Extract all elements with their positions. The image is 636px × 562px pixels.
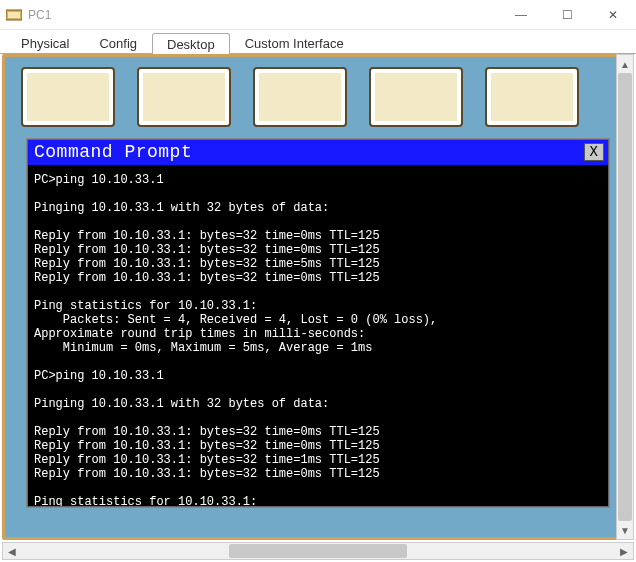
close-button[interactable]: ✕ [590, 0, 636, 30]
desktop-app-icon[interactable] [21, 67, 115, 127]
command-prompt-close-button[interactable]: X [584, 143, 604, 161]
scroll-right-icon[interactable]: ▶ [615, 543, 633, 559]
tab-desktop[interactable]: Desktop [152, 33, 230, 54]
desktop-app-icon[interactable] [369, 67, 463, 127]
desktop-app-row [5, 57, 631, 137]
tab-bar: Physical Config Desktop Custom Interface [0, 30, 636, 54]
command-prompt-title: Command Prompt [34, 142, 584, 162]
maximize-button[interactable]: ☐ [544, 0, 590, 30]
scroll-down-icon[interactable]: ▼ [617, 521, 633, 539]
tab-config[interactable]: Config [84, 32, 152, 53]
scroll-track[interactable] [21, 543, 615, 559]
tab-physical[interactable]: Physical [6, 32, 84, 53]
terminal-output[interactable]: PC>ping 10.10.33.1 Pinging 10.10.33.1 wi… [28, 165, 608, 506]
scroll-track[interactable] [617, 73, 633, 521]
window-titlebar: PC1 — ☐ ✕ [0, 0, 636, 30]
desktop-app-icon[interactable] [137, 67, 231, 127]
minimize-button[interactable]: — [498, 0, 544, 30]
vertical-scrollbar[interactable]: ▲ ▼ [616, 54, 634, 540]
window-title: PC1 [28, 8, 498, 22]
scroll-left-icon[interactable]: ◀ [3, 543, 21, 559]
horizontal-scrollbar[interactable]: ◀ ▶ [2, 542, 634, 560]
scroll-thumb[interactable] [229, 544, 407, 558]
desktop-app-icon[interactable] [485, 67, 579, 127]
scroll-up-icon[interactable]: ▲ [617, 55, 633, 73]
scroll-thumb[interactable] [618, 73, 632, 521]
command-prompt-titlebar[interactable]: Command Prompt X [28, 140, 608, 165]
svg-rect-1 [8, 12, 20, 18]
app-icon [6, 8, 22, 22]
command-prompt-window: Command Prompt X PC>ping 10.10.33.1 Ping… [27, 139, 609, 507]
desktop-app-icon[interactable] [253, 67, 347, 127]
desktop-area: Command Prompt X PC>ping 10.10.33.1 Ping… [2, 54, 634, 540]
tab-custom-interface[interactable]: Custom Interface [230, 32, 359, 53]
